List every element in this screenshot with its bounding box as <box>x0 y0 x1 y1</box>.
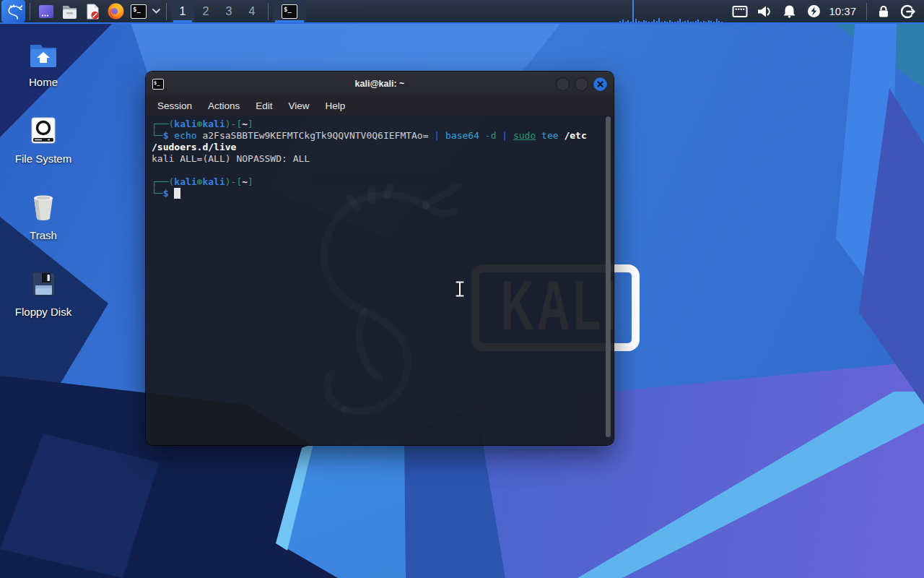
menu-view[interactable]: View <box>281 98 318 113</box>
menu-help[interactable]: Help <box>318 98 354 113</box>
workspace-button-3[interactable]: 3 <box>217 0 240 22</box>
tray-display[interactable] <box>731 0 749 22</box>
kali-dragon-watermark-icon <box>269 184 514 429</box>
desktop-icon-floppy-disk[interactable]: Floppy Disk <box>13 269 74 318</box>
panel-separator <box>268 3 269 20</box>
scrollbar-thumb[interactable] <box>606 116 611 437</box>
desktop-icon-label: Floppy Disk <box>13 306 74 318</box>
volume-icon <box>757 5 772 18</box>
launcher-terminal[interactable]: $_ <box>127 0 150 22</box>
text-editor-icon <box>84 3 101 20</box>
desktop-icon-file-system[interactable]: File System <box>13 116 74 165</box>
workspace-button-2[interactable]: 2 <box>194 0 217 22</box>
launcher-firefox[interactable] <box>104 0 127 22</box>
file-system-drive-icon <box>28 116 58 146</box>
launcher-file-manager[interactable] <box>58 0 81 22</box>
tray-notifications[interactable] <box>780 0 798 22</box>
close-button[interactable] <box>593 77 607 91</box>
desktop-icon-home[interactable]: Home <box>13 39 74 88</box>
notifications-bell-icon <box>783 4 796 18</box>
app-window-icon <box>38 3 55 20</box>
tray-power[interactable] <box>805 0 822 22</box>
workspace-number: 1 <box>180 5 186 18</box>
kali-dragon-icon <box>5 4 22 20</box>
lock-screen-button[interactable] <box>875 0 892 22</box>
terminal-content[interactable]: ┌──(kali⊛kali)-[~]└─$ echo a2FsaSBBTEw9K… <box>146 115 614 445</box>
floppy-disk-icon <box>28 269 58 299</box>
desktop-icon-label: Trash <box>13 229 74 241</box>
desktop-icon-label: File System <box>13 152 74 165</box>
chevron-down-icon <box>152 9 160 14</box>
panel-separator <box>166 3 167 20</box>
home-folder-icon <box>27 39 60 69</box>
launcher-app-window[interactable] <box>35 0 58 22</box>
window-title: kali@kali: ~ <box>146 79 614 89</box>
close-icon <box>597 81 603 87</box>
cpu-graph-widget[interactable] <box>619 0 728 22</box>
workspace-button-4[interactable]: 4 <box>240 0 263 22</box>
workspace-number: 4 <box>249 5 256 18</box>
tray-volume[interactable] <box>756 0 773 22</box>
logout-button[interactable] <box>899 0 917 22</box>
applications-menu-button[interactable] <box>1 0 25 22</box>
trash-can-icon <box>28 192 58 223</box>
file-manager-icon <box>61 3 79 20</box>
taskbar-window-button-terminal[interactable]: $_ <box>273 0 306 22</box>
workspace-number: 2 <box>203 5 209 18</box>
panel-separator <box>866 3 867 20</box>
lock-icon <box>877 4 890 18</box>
menu-actions[interactable]: Actions <box>200 98 248 113</box>
firefox-icon <box>107 2 125 20</box>
desktop-icon-trash[interactable]: Trash <box>13 192 74 241</box>
menu-edit[interactable]: Edit <box>248 98 280 113</box>
terminal-window: $_ kali@kali: ~ Session Actions Edit Vie… <box>146 72 614 445</box>
minimize-button[interactable] <box>556 77 570 91</box>
panel-separator <box>30 3 30 20</box>
workspace-number: 3 <box>226 5 232 18</box>
workspace-button-1[interactable]: 1 <box>171 0 194 22</box>
terminal-icon: $_ <box>282 4 297 19</box>
logout-icon <box>901 4 915 19</box>
ibeam-cursor <box>455 280 465 298</box>
top-panel: $_ 1 2 3 4 $_ <box>0 0 924 24</box>
panel-clock[interactable]: 10:37 <box>829 5 856 17</box>
window-menubar: Session Actions Edit View Help <box>146 96 614 115</box>
window-titlebar[interactable]: $_ kali@kali: ~ <box>146 72 614 96</box>
menu-session[interactable]: Session <box>149 98 200 113</box>
desktop-icon-label: Home <box>13 76 74 88</box>
power-icon <box>807 4 821 18</box>
launcher-text-editor[interactable] <box>81 0 104 22</box>
display-icon <box>732 5 748 18</box>
launcher-dropdown[interactable] <box>150 0 162 22</box>
maximize-button[interactable] <box>575 77 588 91</box>
terminal-icon: $_ <box>131 4 147 19</box>
